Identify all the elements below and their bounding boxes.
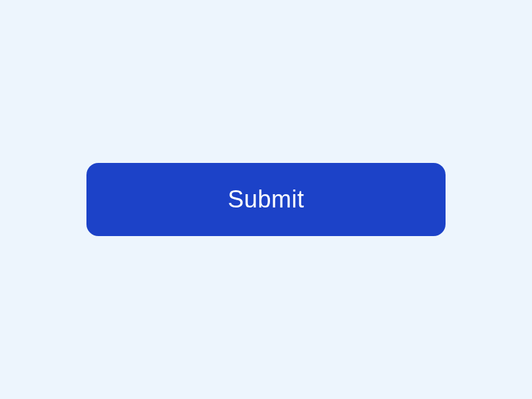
submit-button-label: Submit — [227, 186, 304, 213]
submit-button[interactable]: Submit — [86, 163, 446, 236]
